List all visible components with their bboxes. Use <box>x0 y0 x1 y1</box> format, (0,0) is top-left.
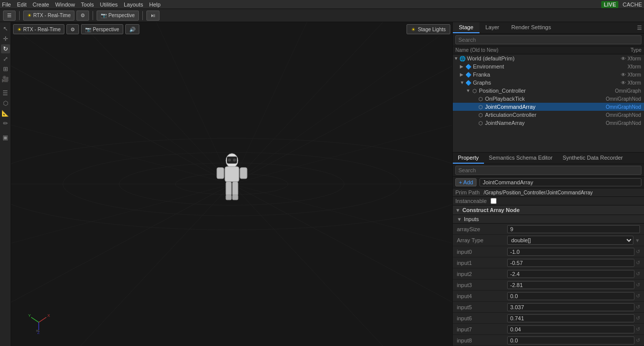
prop-input6-reset[interactable]: ↺ <box>636 315 640 321</box>
prop-input5-area <box>507 303 634 311</box>
stage-lights-btn[interactable]: ☀ Stage Lights <box>407 24 450 34</box>
construct-array-section[interactable]: ▼ Construct Array Node <box>453 205 644 215</box>
menu-file[interactable]: File <box>2 2 11 8</box>
tree-item-articulation[interactable]: ⬡ ArticulationController OmniGraphNod <box>453 111 644 119</box>
scale-tool[interactable]: ⤢ <box>1 54 10 63</box>
playback-btn[interactable]: ⏯ <box>146 11 159 21</box>
tree-arrow-franka: ▶ <box>460 72 465 77</box>
tree-label-env: Environment <box>473 63 627 70</box>
prop-input5-reset[interactable]: ↺ <box>636 304 640 310</box>
tree-item-franka[interactable]: ▶ 🔷 Franka 👁 Xform <box>453 71 644 79</box>
toolbar-menu-btn[interactable]: ☰ <box>3 11 16 21</box>
rotate-tool[interactable]: ↻ <box>1 44 10 53</box>
tree-type-graphs: Xform <box>627 80 643 86</box>
prop-input5-input[interactable] <box>507 303 634 311</box>
tab-synthetic[interactable]: Synthetic Data Recorder <box>557 153 628 164</box>
menu-edit[interactable]: Edit <box>17 2 27 8</box>
tree-type-artic: OmniGraphNod <box>606 112 643 118</box>
tab-semantics[interactable]: Semantics Schema Editor <box>484 153 558 164</box>
visibility-franka[interactable]: 👁 <box>621 72 626 78</box>
graphs-icon: 🔷 <box>465 79 472 86</box>
menu-tools[interactable]: Tools <box>81 2 94 8</box>
tree-label-world: World (defaultPrim) <box>467 55 621 61</box>
annotate-tool[interactable]: ✏ <box>1 119 10 128</box>
prop-input1-area <box>507 259 634 267</box>
property-add-area: + Add <box>453 177 644 188</box>
prop-input8-input[interactable] <box>507 336 634 344</box>
prop-arraytype-reset[interactable]: ▼ <box>635 238 640 243</box>
prop-arraytype-label: Array Type <box>457 237 507 243</box>
tree-item-world[interactable]: ▼ 🌐 World (defaultPrim) 👁 Xform <box>453 54 644 62</box>
menu-layouts[interactable]: Layouts <box>124 2 143 8</box>
prop-input4-input[interactable] <box>507 292 634 300</box>
rtx-realtime-btn[interactable]: ☀ RTX - Real-Time <box>13 24 64 34</box>
tree-item-joint-command[interactable]: ⬡ JointCommandArray OmniGraphNod <box>453 103 644 111</box>
prop-input7-reset[interactable]: ↺ <box>636 326 640 332</box>
add-name-input[interactable] <box>479 178 641 186</box>
prop-input4-reset[interactable]: ↺ <box>636 293 640 299</box>
prop-input1-input[interactable] <box>507 259 634 267</box>
menu-help[interactable]: Help <box>149 2 161 8</box>
tab-layer[interactable]: Layer <box>479 22 506 33</box>
prop-input1-reset[interactable]: ↺ <box>636 260 640 265</box>
snap-tool[interactable]: ⊞ <box>1 64 10 74</box>
viewport[interactable]: ☀ RTX - Real-Time ⚙ 📷 Perspective 🔊 ☀ St… <box>11 22 453 346</box>
tree-item-position-controller[interactable]: ▼ ⬡ Position_Controller OmniGraph <box>453 87 644 95</box>
tree-item-joint-name[interactable]: ⬡ JointNameArray OmniGraphNod <box>453 119 644 127</box>
stage-tree[interactable]: ▼ 🌐 World (defaultPrim) 👁 Xform ▶ 🔷 Envi… <box>453 54 644 152</box>
rtx-mode-btn[interactable]: ☀ RTX - Real-Time <box>23 11 74 21</box>
tree-item-graphs[interactable]: ▼ 🔷 Graphs 👁 Xform <box>453 79 644 87</box>
vp-options-btn[interactable]: ⚙ <box>66 24 79 34</box>
instanceable-row: Instanceable <box>453 197 644 205</box>
tab-property[interactable]: Property <box>453 153 484 164</box>
extra-tool[interactable]: ▣ <box>1 133 10 142</box>
prop-input2-reset[interactable]: ↺ <box>636 271 640 276</box>
prop-arraytype-select[interactable]: double[] <box>507 236 633 245</box>
robot-model <box>212 150 252 206</box>
rtx-options-btn[interactable]: ⚙ <box>76 11 89 21</box>
prop-input0-reset[interactable]: ↺ <box>636 249 640 254</box>
tab-stage[interactable]: Stage <box>453 22 479 33</box>
prop-input6-input[interactable] <box>507 314 634 322</box>
instanceable-checkbox[interactable] <box>491 198 497 204</box>
prop-input7-input[interactable] <box>507 325 634 333</box>
property-panel: Property Semantics Schema Editor Synthet… <box>453 153 644 346</box>
visibility-graphs[interactable]: 👁 <box>621 80 626 86</box>
stage-search-input[interactable] <box>455 35 641 44</box>
prop-input3-input[interactable] <box>507 281 634 289</box>
move-tool[interactable]: ✛ <box>1 34 10 43</box>
property-search-bar <box>453 164 644 177</box>
prop-arraysize: arraySize <box>453 224 644 235</box>
stage-filter-btn[interactable]: ☰ <box>637 25 642 31</box>
add-property-btn[interactable]: + Add <box>455 178 476 186</box>
perspective-btn[interactable]: 📷 Perspective <box>97 11 138 21</box>
select-tool[interactable]: ↖ <box>1 24 10 33</box>
tree-item-onplayback[interactable]: ⬡ OnPlaybackTick OmniGraphNod <box>453 95 644 103</box>
col-type-header: Type <box>630 47 641 53</box>
prop-input0-input[interactable] <box>507 248 634 256</box>
main-layout: ↖ ✛ ↻ ⤢ ⊞ 🎥 ☰ ⬡ 📐 ✏ ▣ <box>0 22 644 346</box>
prop-input2-input[interactable] <box>507 270 634 278</box>
prop-input3-reset[interactable]: ↺ <box>636 282 640 288</box>
prop-input8-reset[interactable]: ↺ <box>636 337 640 343</box>
tree-item-environment[interactable]: ▶ 🔷 Environment Xform <box>453 62 644 71</box>
menu-create[interactable]: Create <box>33 2 49 8</box>
camera-icon: 📷 <box>101 13 107 18</box>
visibility-world[interactable]: 👁 <box>621 56 626 61</box>
tree-arrow-env: ▶ <box>460 64 465 69</box>
measure-tool[interactable]: 📐 <box>1 109 10 118</box>
light-tool[interactable]: ☰ <box>1 89 10 98</box>
menu-window[interactable]: Window <box>55 2 75 8</box>
menu-utilities[interactable]: Utilities <box>100 2 118 8</box>
prop-arraytype-area: double[] <box>507 236 633 245</box>
tab-render-settings[interactable]: Render Settings <box>505 22 557 33</box>
inputs-group[interactable]: ▼ Inputs <box>453 215 644 224</box>
physics-tool[interactable]: ⬡ <box>1 99 10 108</box>
vp-audio-btn[interactable]: 🔊 <box>125 24 139 34</box>
live-badge: LIVE <box>601 1 618 8</box>
camera-tool[interactable]: 🎥 <box>1 75 10 84</box>
property-search-input[interactable] <box>455 166 641 175</box>
group-label: Inputs <box>464 216 479 222</box>
vp-perspective-btn[interactable]: 📷 Perspective <box>81 24 123 34</box>
prop-arraysize-input[interactable] <box>507 225 640 233</box>
